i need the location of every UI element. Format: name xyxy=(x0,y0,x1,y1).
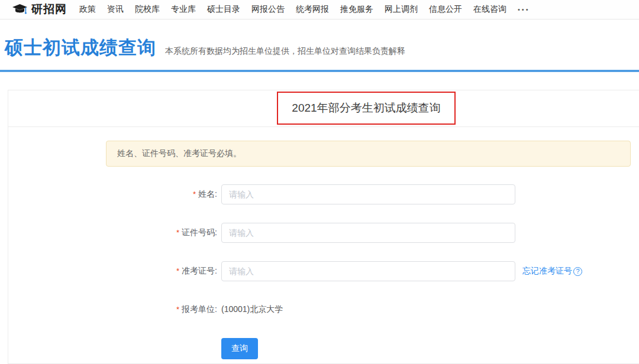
id-number-input[interactable] xyxy=(221,223,515,243)
nav-item-info-disclosure[interactable]: 信息公开 xyxy=(429,4,462,15)
submit-row: 查询 xyxy=(221,338,639,359)
target-institution-label: *报考单位: xyxy=(8,304,217,315)
help-question-icon[interactable]: ? xyxy=(573,267,582,276)
form-row-name: *姓名: xyxy=(8,184,639,204)
notice-text: 姓名、证件号码、准考证号必填。 xyxy=(117,148,241,159)
admission-ticket-input[interactable] xyxy=(221,261,515,281)
nav-item-news[interactable]: 资讯 xyxy=(107,4,124,15)
blue-divider xyxy=(0,70,639,72)
query-button[interactable]: 查询 xyxy=(221,338,258,359)
nav-item-unified-exam-registration[interactable]: 统考网报 xyxy=(296,4,329,15)
required-asterisk: * xyxy=(193,190,196,199)
name-input[interactable] xyxy=(221,184,515,204)
top-navbar: 研招网 政策 资讯 院校库 专业库 硕士目录 网报公告 统考网报 推免服务 网上… xyxy=(0,0,639,20)
nav-item-master-catalog[interactable]: 硕士目录 xyxy=(207,4,240,15)
nav-item-major-library[interactable]: 专业库 xyxy=(171,4,196,15)
forgot-ticket-link[interactable]: 忘记准考证号? xyxy=(522,266,582,277)
required-fields-notice: 姓名、证件号码、准考证号必填。 xyxy=(106,141,631,167)
nav-item-report-notice[interactable]: 网报公告 xyxy=(251,4,285,15)
site-logo[interactable]: 研招网 xyxy=(12,2,67,17)
query-form: *姓名: *证件号码: *准考证号: 忘记准考证号? *报考单位: (10 xyxy=(8,184,639,359)
required-asterisk: * xyxy=(176,228,179,237)
card-header: 2021年部分考生初试成绩查询 xyxy=(8,90,639,127)
admission-ticket-label: *准考证号: xyxy=(8,266,217,277)
nav-item-online-adjustment[interactable]: 网上调剂 xyxy=(385,4,418,15)
score-query-card: 2021年部分考生初试成绩查询 姓名、证件号码、准考证号必填。 *姓名: *证件… xyxy=(8,90,639,364)
nav-item-policy[interactable]: 政策 xyxy=(79,4,96,15)
nav-menu: 政策 资讯 院校库 专业库 硕士目录 网报公告 统考网报 推免服务 网上调剂 信… xyxy=(79,4,530,15)
page-subtitle: 本系统所有数据均为招生单位提供，招生单位对查询结果负责解释 xyxy=(165,46,405,57)
nav-more-ellipsis-icon[interactable]: ••• xyxy=(518,6,530,13)
form-row-id-number: *证件号码: xyxy=(8,223,639,243)
red-annotation-box: 2021年部分考生初试成绩查询 xyxy=(277,92,456,125)
page-title: 硕士初试成绩查询 xyxy=(5,35,156,60)
required-asterisk: * xyxy=(176,266,179,275)
form-row-target-institution: *报考单位: (10001)北京大学 xyxy=(8,300,639,320)
required-asterisk: * xyxy=(176,305,179,314)
name-label: *姓名: xyxy=(8,189,217,200)
nav-item-exemption-service[interactable]: 推免服务 xyxy=(340,4,373,15)
form-row-admission-ticket: *准考证号: 忘记准考证号? xyxy=(8,261,639,281)
id-number-label: *证件号码: xyxy=(8,228,217,238)
graduation-cap-icon xyxy=(12,4,28,16)
target-institution-value: (10001)北京大学 xyxy=(221,304,283,315)
page-header: 硕士初试成绩查询 本系统所有数据均为招生单位提供，招生单位对查询结果负责解释 xyxy=(5,35,405,60)
nav-item-college-library[interactable]: 院校库 xyxy=(135,4,160,15)
nav-item-online-consult[interactable]: 在线咨询 xyxy=(473,4,506,15)
logo-text: 研招网 xyxy=(31,2,67,17)
card-title: 2021年部分考生初试成绩查询 xyxy=(292,100,440,116)
